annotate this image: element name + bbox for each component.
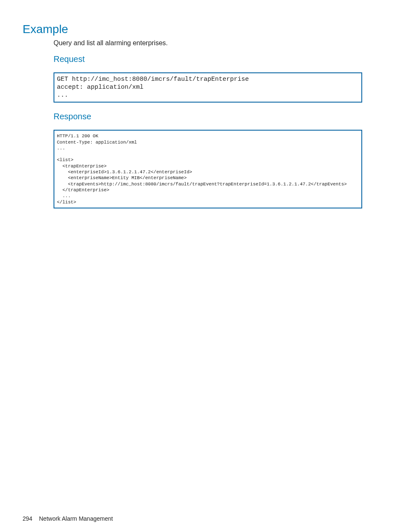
response-code-block: HTTP/1.1 200 OK Content-Type: applicatio… <box>54 130 362 208</box>
request-code-block: GET http://imc_host:8080/imcrs/fault/tra… <box>54 72 362 103</box>
footer-section: Network Alarm Management <box>39 515 113 522</box>
heading-example: Example <box>23 23 362 36</box>
heading-response: Response <box>54 112 362 121</box>
heading-request: Request <box>54 54 362 64</box>
page-number: 294 <box>23 515 32 522</box>
intro-text: Query and list all alarming enterprises. <box>54 39 362 47</box>
page-footer: 294 Network Alarm Management <box>23 515 113 522</box>
